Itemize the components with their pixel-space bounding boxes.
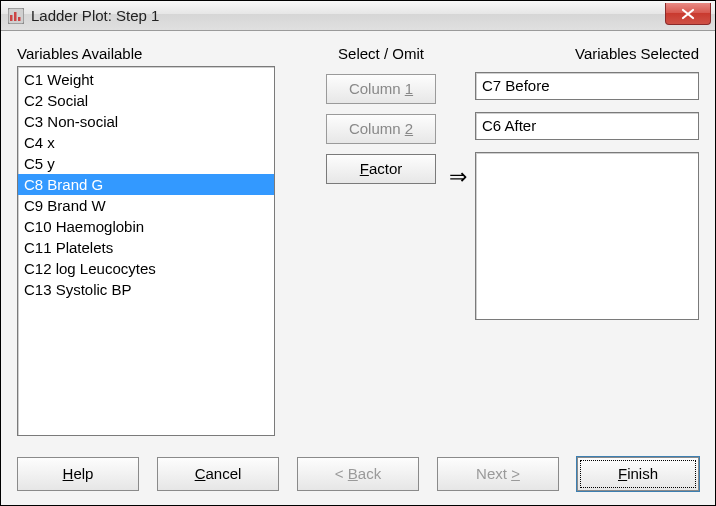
available-label: Variables Available (17, 45, 275, 62)
next-button: Next > (437, 457, 559, 491)
svg-rect-2 (14, 12, 17, 21)
arrow-right-icon: ⇒ (449, 164, 467, 190)
cancel-button[interactable]: Cancel (157, 457, 279, 491)
list-item[interactable]: C10 Haemoglobin (18, 216, 274, 237)
selected-label: Variables Selected (475, 45, 699, 62)
list-item[interactable]: C11 Platelets (18, 237, 274, 258)
close-button[interactable] (665, 3, 711, 25)
cancel-text: ancel (205, 465, 241, 482)
list-item[interactable]: C13 Systolic BP (18, 279, 274, 300)
help-text: elp (73, 465, 93, 482)
list-item[interactable]: C3 Non-social (18, 111, 274, 132)
available-listbox[interactable]: C1 WeightC2 SocialC3 Non-socialC4 xC5 yC… (17, 66, 275, 436)
dialog-client: Variables Available C1 WeightC2 SocialC3… (1, 31, 715, 505)
next-pre: Next (476, 465, 511, 482)
selected-section: Variables Selected C7 Before C6 After (475, 45, 699, 320)
list-item[interactable]: C12 log Leucocytes (18, 258, 274, 279)
column1-text: Column (349, 80, 405, 97)
back-pre: < (335, 465, 348, 482)
factor-underline: F (360, 160, 369, 177)
list-item[interactable]: C8 Brand G (18, 174, 274, 195)
list-item[interactable]: C2 Social (18, 90, 274, 111)
select-omit-label: Select / Omit (301, 45, 461, 62)
button-row: Help Cancel < Back Next > Finish (17, 457, 699, 491)
next-underline: > (511, 465, 520, 482)
finish-text: inish (627, 465, 658, 482)
list-item[interactable]: C4 x (18, 132, 274, 153)
svg-rect-3 (18, 17, 21, 21)
select-omit-section: Select / Omit Column 1 Column 2 Factor (301, 45, 461, 194)
factor-button[interactable]: Factor (326, 154, 436, 184)
help-button[interactable]: Help (17, 457, 139, 491)
column1-field[interactable]: C7 Before (475, 72, 699, 100)
column2-underline: 2 (405, 120, 413, 137)
back-button: < Back (297, 457, 419, 491)
column1-underline: 1 (405, 80, 413, 97)
app-icon (7, 7, 25, 25)
list-item[interactable]: C9 Brand W (18, 195, 274, 216)
list-item[interactable]: C1 Weight (18, 69, 274, 90)
factor-text: actor (369, 160, 402, 177)
list-item[interactable]: C5 y (18, 153, 274, 174)
cancel-underline: C (195, 465, 206, 482)
column2-text: Column (349, 120, 405, 137)
titlebar: Ladder Plot: Step 1 (1, 1, 715, 31)
window-title: Ladder Plot: Step 1 (31, 7, 159, 24)
column1-button[interactable]: Column 1 (326, 74, 436, 104)
dialog-window: Ladder Plot: Step 1 Variables Available … (0, 0, 716, 506)
help-underline: H (63, 465, 74, 482)
back-text: ack (358, 465, 381, 482)
finish-underline: F (618, 465, 627, 482)
svg-rect-1 (10, 15, 13, 21)
column2-field[interactable]: C6 After (475, 112, 699, 140)
column2-button[interactable]: Column 2 (326, 114, 436, 144)
available-section: Variables Available C1 WeightC2 SocialC3… (17, 45, 275, 436)
finish-button[interactable]: Finish (577, 457, 699, 491)
close-icon (681, 8, 695, 20)
factor-listbox[interactable] (475, 152, 699, 320)
back-underline: B (348, 465, 358, 482)
